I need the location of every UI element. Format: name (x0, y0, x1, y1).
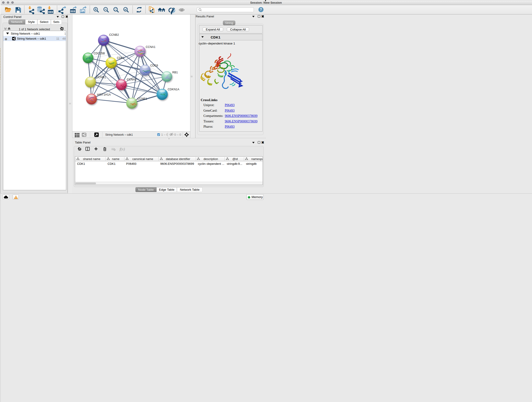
svg-text:CCNE1: CCNE1 (137, 97, 147, 100)
svg-text:CDC6: CDC6 (150, 64, 158, 67)
svg-text:CCNA1: CCNA1 (146, 45, 155, 49)
svg-text:CDK1: CDK1 (117, 56, 124, 60)
svg-text:CDC25B: CDC25B (94, 52, 105, 55)
svg-text:RB1: RB1 (172, 71, 178, 74)
svg-text:namespace: namespace (251, 157, 263, 161)
svg-text:CDKN1A: CDKN1A (167, 88, 179, 91)
svg-text:CCNB1: CCNB1 (96, 76, 106, 79)
svg-text:1 – 0: 1 – 0 (161, 133, 168, 136)
svg-text:String Network – cdk1: String Network – cdk1 (105, 133, 133, 136)
svg-text:@id: @id (232, 157, 238, 161)
svg-text:shared name: shared name (83, 157, 100, 161)
svg-text:CCNB2: CCNB2 (109, 33, 119, 36)
svg-text:f(x): f(x) (120, 147, 125, 151)
svg-text:name: name (112, 157, 119, 161)
svg-text:database identifier: database identifier (166, 157, 190, 161)
svg-text:canonical name: canonical name (132, 157, 153, 161)
svg-text:CCNA2: CCNA2 (127, 78, 136, 81)
svg-text:0 – 0: 0 – 0 (174, 133, 181, 136)
svg-text:description: description (203, 157, 218, 161)
svg-text:HIST1H1A: HIST1H1A (97, 93, 111, 96)
